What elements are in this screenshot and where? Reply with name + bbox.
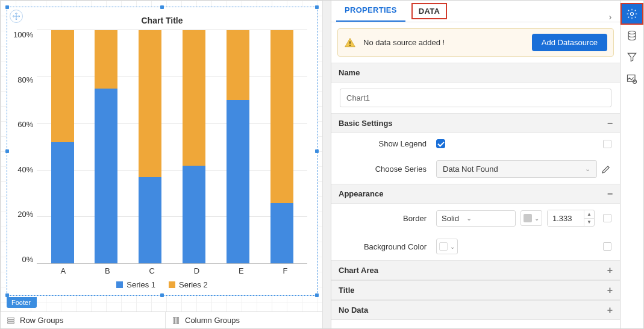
section-basic-header[interactable]: Basic Settings − [331,113,620,133]
resize-handle[interactable] [5,293,9,297]
image-settings-icon [626,73,638,85]
svg-rect-7 [349,45,351,46]
datasource-alert: No data source added ! Add Datasource [337,28,614,57]
minus-icon: − [607,121,613,127]
advanced-checkbox[interactable] [603,140,611,148]
database-icon [626,30,638,42]
border-style-select[interactable]: Solid ⌄ [436,210,516,227]
border-width-stepper[interactable]: ▲▼ [547,210,595,227]
svg-rect-0 [8,318,14,319]
svg-rect-3 [173,317,174,324]
row-groups[interactable]: Row Groups [1,312,166,328]
resize-handle[interactable] [315,5,319,9]
resize-handle[interactable] [5,5,9,9]
column-groups-label: Column Groups [185,316,240,325]
border-width-input[interactable] [548,210,584,226]
svg-point-8 [631,13,634,16]
chart-widget[interactable]: Chart Title 100%80%60%40%20%0% ABCDEF Se… [7,7,317,296]
chevron-down-icon: ⌄ [585,165,590,173]
move-handle-icon[interactable] [10,10,23,23]
background-color-label: Background Color [340,242,436,251]
svg-point-9 [628,31,636,34]
color-swatch [524,214,532,222]
plot-area [37,30,307,264]
rail-settings[interactable] [621,3,643,25]
properties-panel: PROPERTIES DATA › No data source added !… [331,1,621,328]
pencil-icon[interactable] [601,164,611,175]
choose-series-select[interactable]: Data Not Found ⌄ [436,160,597,178]
x-axis: ABCDEF [13,264,311,275]
resize-handle[interactable] [315,293,319,297]
rail-image[interactable] [621,68,643,90]
column-groups[interactable]: Column Groups [166,312,331,328]
svg-rect-1 [8,319,14,321]
y-axis: 100%80%60%40%20%0% [13,30,37,264]
border-color-select[interactable]: ⌄ [521,210,542,226]
tool-rail [621,1,643,328]
chart-legend: Series 1Series 2 [13,275,311,292]
section-no-data-header[interactable]: No Data + [331,300,620,320]
tab-data[interactable]: DATA [411,3,447,19]
footer-tag[interactable]: Footer [7,297,37,308]
chevron-down-icon: ⌄ [534,215,539,222]
resize-handle[interactable] [160,5,164,9]
chevron-down-icon: ⌄ [466,215,472,222]
rail-data[interactable] [621,25,643,46]
plus-icon: + [607,268,613,274]
minus-icon: − [607,191,613,197]
alert-text: No data source added ! [363,38,525,47]
tab-properties[interactable]: PROPERTIES [336,1,405,22]
resize-handle[interactable] [5,149,9,153]
color-swatch [439,242,448,251]
svg-rect-5 [177,317,178,324]
step-down-icon[interactable]: ▼ [584,219,594,227]
chevron-down-icon: ⌄ [450,243,455,250]
add-datasource-button[interactable]: Add Datasource [532,34,607,51]
section-name-header: Name [331,63,620,83]
resize-handle[interactable] [160,293,164,297]
svg-rect-2 [8,322,14,323]
chart-title: Chart Title [13,16,311,25]
gear-icon [626,8,638,20]
svg-rect-4 [175,317,177,324]
design-canvas[interactable]: Chart Title 100%80%60%40%20%0% ABCDEF Se… [1,1,331,328]
groups-bar: Row Groups Column Groups [1,312,331,328]
background-color-select[interactable]: ⌄ [436,239,458,254]
row-groups-label: Row Groups [20,316,63,325]
rows-icon [7,316,15,325]
funnel-icon [626,51,638,63]
step-up-icon[interactable]: ▲ [584,210,594,219]
show-legend-checkbox[interactable] [436,139,445,148]
chart-name-input[interactable] [340,89,611,107]
advanced-checkbox[interactable] [603,242,611,251]
show-legend-label: Show Legend [340,139,436,148]
advanced-checkbox[interactable] [603,214,611,222]
plus-icon: + [607,307,613,313]
resize-handle[interactable] [315,149,319,153]
rail-filter[interactable] [621,46,643,68]
section-appearance-header[interactable]: Appearance − [331,184,620,204]
warning-icon [344,37,356,49]
plus-icon: + [607,287,613,293]
chevron-right-icon[interactable]: › [604,11,616,22]
border-label: Border [340,214,436,223]
choose-series-label: Choose Series [340,164,436,174]
section-title-header[interactable]: Title + [331,280,620,300]
scrollbar[interactable] [322,1,331,328]
svg-rect-6 [349,41,351,43]
section-chart-area-header[interactable]: Chart Area + [331,260,620,280]
columns-icon [172,316,180,325]
